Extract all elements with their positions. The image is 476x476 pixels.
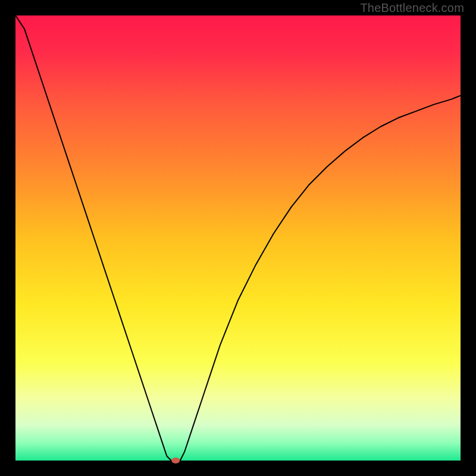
bottleneck-chart [0,0,476,476]
optimal-point-marker [171,458,180,464]
plot-background [15,15,461,461]
watermark-text: TheBottleneck.com [360,1,464,15]
chart-container: TheBottleneck.com [0,0,476,476]
